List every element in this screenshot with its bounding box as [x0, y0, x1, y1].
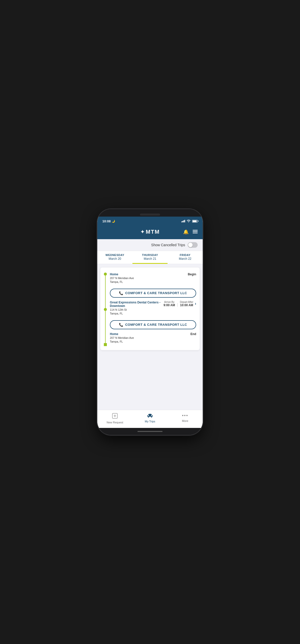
svg-point-7 [148, 416, 149, 418]
depart-label: Depart After [180, 301, 193, 303]
battery-icon [192, 220, 198, 223]
trip-card: Home 207 N Meridian Ave Tampa, FL Begin [100, 268, 200, 350]
moon-icon: 🌙 [112, 220, 115, 223]
nav-more-label: More [182, 419, 188, 422]
stop2-times: Arrive By 9:00 AM | Depart After 10:00 A… [164, 301, 193, 307]
bird-icon: ✦ [140, 229, 145, 235]
stop3-address: 207 N Meridian Ave Tampa, FL [110, 336, 190, 344]
nav-new-request[interactable]: New Request [97, 412, 132, 425]
phone-icon-2: 📞 [119, 323, 123, 327]
thu-tab-day: THURSDAY [134, 253, 166, 256]
nav-my-trips[interactable]: My Trips [132, 412, 168, 425]
header-actions: 🔔 [183, 229, 198, 235]
clock-display: 10:08 [102, 219, 111, 223]
route-start-dot [104, 273, 107, 276]
stop-dental[interactable]: Great Expressions Dental Centers - Downt… [110, 300, 196, 318]
wed-tab-day: WEDNESDAY [99, 253, 131, 256]
phone-device: 10:08 🌙 [97, 209, 203, 435]
svg-rect-0 [193, 230, 198, 231]
stop3-badge: End [190, 332, 196, 336]
arrive-time: 9:00 AM [164, 303, 175, 307]
stop1-address: 207 N Meridian Ave Tampa, FL [110, 276, 188, 284]
transport-btn-2[interactable]: 📞 COMFORT & CARE TRANSPORT LLC [110, 320, 196, 329]
thu-tab-date: March 21 [134, 257, 166, 261]
tab-wednesday[interactable]: WEDNESDAY March 20 [97, 251, 132, 264]
transport-name-2: COMFORT & CARE TRANSPORT LLC [125, 323, 187, 327]
status-bar: 10:08 🌙 [97, 217, 203, 226]
toggle-knob [188, 243, 193, 247]
tab-thursday[interactable]: THURSDAY March 21 [132, 251, 168, 264]
fri-tab-date: March 22 [169, 257, 201, 261]
trip-route: Home 207 N Meridian Ave Tampa, FL Begin [104, 272, 196, 346]
nav-more[interactable]: ••• More [168, 412, 203, 425]
time-divider: | [177, 303, 178, 307]
plus-box-icon [112, 413, 118, 420]
content-spacer [97, 354, 203, 374]
wed-tab-date: March 20 [99, 257, 131, 261]
svg-rect-9 [148, 415, 149, 416]
svg-point-8 [151, 416, 152, 418]
scroll-area: Home 207 N Meridian Ave Tampa, FL Begin [97, 264, 203, 410]
svg-rect-10 [151, 415, 152, 416]
arrive-label: Arrive By [164, 301, 175, 303]
nav-new-request-label: New Request [107, 421, 123, 424]
toggle-label: Show Cancelled Trips [151, 243, 185, 247]
chevron-right-icon: › [195, 301, 196, 306]
stop-home-end: Home 207 N Meridian Ave Tampa, FL End [110, 331, 196, 346]
stop1-name: Home [110, 273, 188, 276]
logo-text: MTM [146, 229, 160, 235]
home-indicator [97, 428, 203, 435]
route-segment-2 [105, 311, 106, 343]
depart-time: 10:00 AM [180, 303, 193, 307]
menu-icon[interactable] [193, 229, 198, 235]
day-tabs: WEDNESDAY March 20 THURSDAY March 21 FRI… [97, 251, 203, 264]
transport-name-1: COMFORT & CARE TRANSPORT LLC [125, 291, 187, 295]
phone-screen: 10:08 🌙 [97, 217, 203, 428]
stop2-address: 114 N 12th St Tampa, FL [110, 308, 164, 316]
dots-icon: ••• [182, 413, 188, 418]
stop-home-begin: Home 207 N Meridian Ave Tampa, FL Begin [110, 272, 196, 287]
svg-rect-1 [193, 231, 198, 232]
car-icon [147, 413, 153, 419]
toggle-area: Show Cancelled Trips [97, 239, 203, 251]
route-end-dot [104, 343, 107, 346]
route-stops: Home 207 N Meridian Ave Tampa, FL Begin [110, 272, 196, 346]
stop2-name: Great Expressions Dental Centers - Downt… [110, 301, 164, 308]
stop1-badge: Begin [188, 273, 196, 276]
app-logo: ✦ MTM [140, 229, 160, 235]
phone-speaker [140, 214, 160, 216]
nav-my-trips-label: My Trips [145, 420, 155, 423]
home-bar [137, 431, 163, 432]
wifi-icon [187, 219, 191, 223]
stop3-name: Home [110, 332, 190, 336]
status-time: 10:08 🌙 [102, 219, 115, 223]
svg-rect-2 [193, 233, 198, 233]
show-cancelled-toggle[interactable] [188, 242, 198, 248]
bottom-nav: New Request My Trips ••• More [97, 410, 203, 428]
fri-tab-day: FRIDAY [169, 253, 201, 256]
signal-icon [181, 220, 185, 222]
bell-icon[interactable]: 🔔 [183, 229, 189, 235]
tab-friday[interactable]: FRIDAY March 22 [168, 251, 203, 264]
route-mid-dot [104, 308, 107, 311]
app-header: ✦ MTM 🔔 [97, 226, 203, 239]
transport-btn-1[interactable]: 📞 COMFORT & CARE TRANSPORT LLC [110, 289, 196, 298]
phone-icon-1: 📞 [119, 291, 123, 295]
phone-notch [97, 209, 203, 217]
status-icons [181, 219, 198, 223]
route-segment-1 [105, 276, 106, 308]
route-line [104, 272, 107, 346]
